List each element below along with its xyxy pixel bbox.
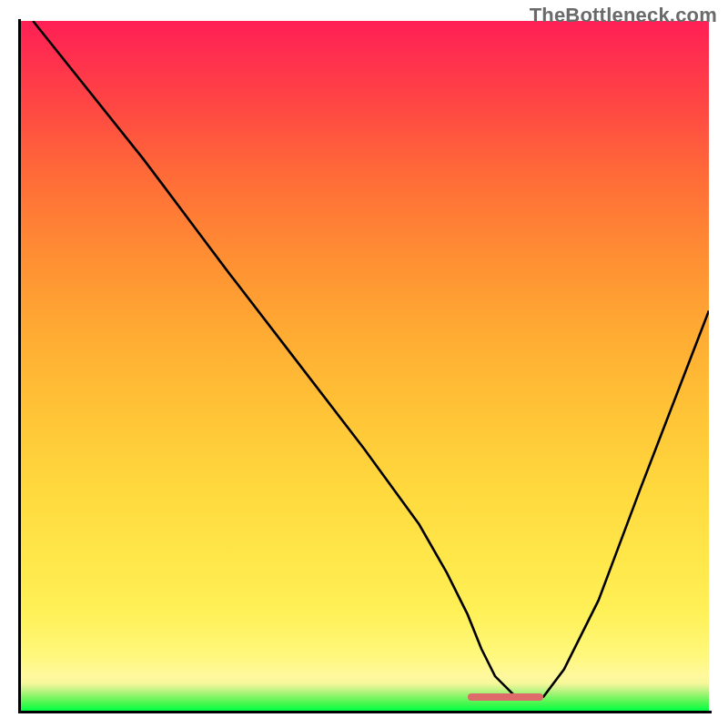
x-axis: [18, 711, 712, 713]
watermark-text: TheBottleneck.com: [530, 4, 717, 27]
y-axis: [18, 19, 21, 713]
chart-frame: TheBottleneck.com: [0, 0, 728, 728]
bottleneck-curve: [19, 21, 709, 711]
minimum-marker: [468, 693, 543, 701]
